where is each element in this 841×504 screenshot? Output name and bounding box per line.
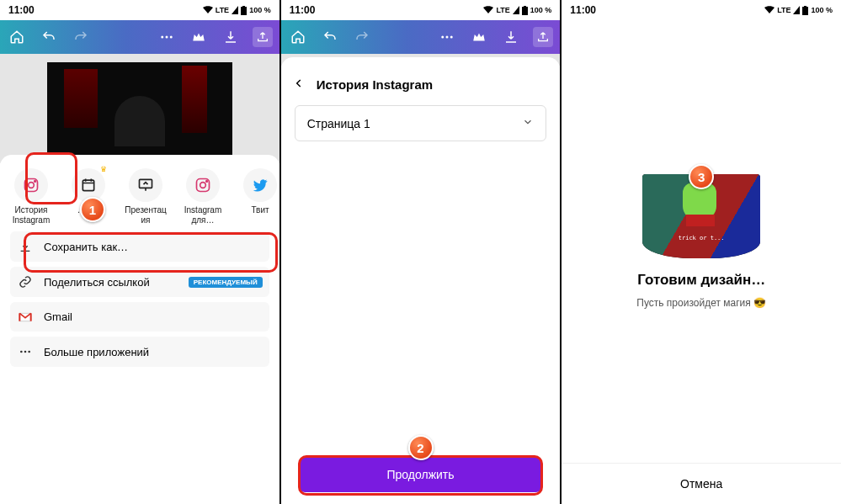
svg-rect-16 [522, 7, 528, 15]
crown-tip-icon: ♛ [100, 165, 107, 173]
loading-title: Готовим дизайн… [637, 272, 765, 289]
svg-rect-0 [241, 7, 247, 15]
signal-icon [793, 6, 800, 14]
svg-point-6 [29, 183, 35, 188]
share-icon[interactable] [533, 27, 553, 47]
undo-icon[interactable] [39, 27, 59, 47]
svg-point-20 [450, 36, 453, 39]
export-header: История Instagram [281, 66, 561, 100]
wifi-icon [483, 6, 493, 14]
back-icon[interactable] [293, 77, 308, 92]
status-battery: 100 % [530, 6, 552, 14]
share-targets-row: История Instagram ♛ …ров Презентац ия In… [0, 163, 279, 226]
wifi-icon [203, 6, 213, 14]
battery-icon [241, 6, 247, 15]
share-icon[interactable] [253, 27, 273, 47]
share-instagram-story[interactable]: История Instagram [5, 168, 57, 225]
step-badge-3: 3 [689, 164, 714, 189]
redo-icon[interactable] [352, 27, 372, 47]
status-time: 11:00 [290, 4, 316, 16]
svg-point-14 [24, 351, 27, 353]
svg-point-19 [446, 36, 449, 39]
step-badge-2: 2 [408, 435, 434, 460]
loading-body: trick or t... Готовим дизайн… Пусть прои… [562, 20, 841, 463]
svg-point-15 [28, 351, 30, 353]
chevron-down-icon [522, 116, 534, 130]
share-instagram-for[interactable]: Instagram для… [177, 168, 229, 225]
svg-point-4 [169, 36, 172, 39]
status-bar: 11:00 LTE 100 % [562, 0, 841, 20]
more-icon[interactable] [437, 27, 457, 47]
recommended-badge: РЕКОМЕНДУЕМЫЙ [189, 277, 263, 288]
home-icon[interactable] [7, 27, 27, 47]
page-select-label: Страница 1 [307, 117, 370, 130]
crown-icon[interactable] [469, 27, 489, 47]
undo-icon[interactable] [320, 27, 340, 47]
page-select[interactable]: Страница 1 [295, 105, 547, 141]
signal-icon [513, 6, 519, 14]
continue-button[interactable]: Продолжить [300, 457, 542, 492]
svg-rect-22 [804, 6, 806, 7]
home-icon[interactable] [288, 27, 308, 47]
link-icon [17, 275, 34, 289]
download-icon[interactable] [221, 27, 241, 47]
share-sheet: История Instagram ♛ …ров Презентац ия In… [0, 155, 279, 504]
status-icons: LTE 100 % [764, 6, 833, 15]
screen-2: 11:00 LTE 100 % История Instagram [281, 0, 561, 504]
editor-toolbar [281, 20, 561, 54]
gmail-button[interactable]: Gmail [10, 302, 269, 332]
editor-toolbar [0, 20, 279, 54]
svg-point-11 [200, 183, 206, 188]
more-icon[interactable] [157, 27, 177, 47]
status-time: 11:00 [8, 4, 35, 16]
status-time: 11:00 [570, 4, 596, 16]
loading-subtitle: Пусть произойдет магия 😎 [636, 297, 766, 309]
screen-1: 11:00 LTE 100 % [0, 0, 279, 504]
share-presentation[interactable]: Презентац ия [120, 168, 172, 225]
battery-icon [522, 6, 528, 15]
svg-rect-21 [802, 7, 808, 15]
cancel-button[interactable]: Отмена [562, 463, 841, 504]
share-twitter[interactable]: Твит [234, 168, 279, 225]
svg-rect-9 [140, 179, 152, 188]
svg-point-13 [20, 351, 23, 353]
status-bar: 11:00 LTE 100 % [281, 0, 561, 20]
battery-icon [802, 6, 808, 15]
presentation-icon [137, 177, 154, 194]
calendar-icon [80, 177, 97, 194]
export-title: История Instagram [317, 77, 433, 92]
step-badge-1: 1 [80, 197, 105, 222]
instagram-icon [194, 177, 211, 194]
download-icon[interactable] [501, 27, 521, 47]
status-icons: LTE 100 % [483, 6, 551, 15]
twitter-icon [252, 177, 269, 194]
gmail-icon [17, 312, 34, 322]
status-net: LTE [496, 6, 509, 14]
svg-point-7 [35, 181, 36, 183]
save-as-button[interactable]: Сохранить как… [10, 231, 269, 262]
svg-point-12 [206, 181, 208, 183]
svg-point-18 [442, 36, 444, 39]
status-battery: 100 % [811, 6, 833, 14]
svg-rect-17 [524, 6, 526, 7]
share-menu-list: Сохранить как… Поделиться ссылкой РЕКОМЕ… [0, 226, 279, 372]
wifi-icon [764, 6, 774, 14]
crown-icon[interactable] [189, 27, 209, 47]
svg-point-3 [165, 36, 168, 39]
status-bar: 11:00 LTE 100 % [0, 0, 279, 20]
status-net: LTE [777, 6, 790, 14]
share-link-button[interactable]: Поделиться ссылкой РЕКОМЕНДУЕМЫЙ [10, 267, 269, 297]
svg-rect-8 [83, 180, 93, 191]
more-apps-button[interactable]: Больше приложений [10, 337, 269, 367]
signal-icon [232, 6, 238, 14]
status-icons: LTE 100 % [203, 6, 271, 15]
download-icon [17, 240, 34, 253]
redo-icon[interactable] [71, 27, 91, 47]
status-battery: 100 % [249, 6, 271, 14]
screen-3: 11:00 LTE 100 % trick or t... Готовим ди… [562, 0, 841, 504]
more-icon [17, 345, 34, 358]
status-net: LTE [216, 6, 229, 14]
svg-point-2 [161, 36, 163, 39]
canvas-preview [0, 54, 279, 163]
instagram-icon [23, 177, 40, 194]
